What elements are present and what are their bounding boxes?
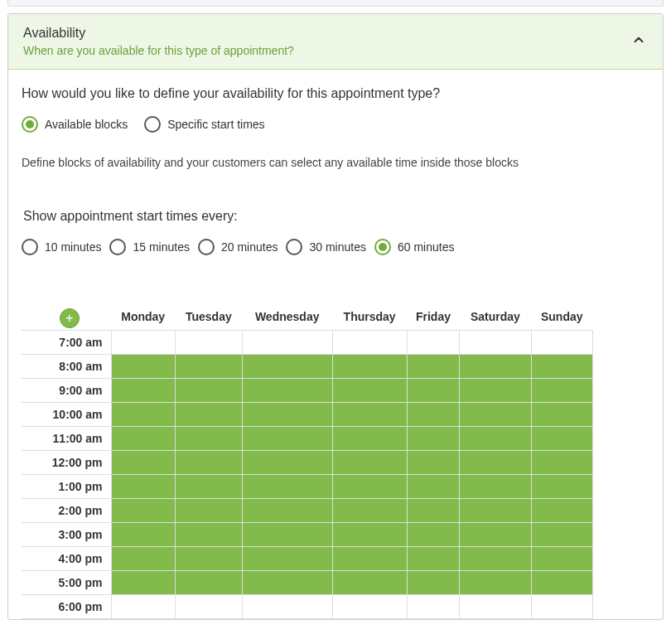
available-slot — [112, 379, 175, 402]
availability-cell[interactable] — [111, 403, 175, 427]
availability-cell[interactable] — [111, 451, 175, 475]
availability-cell[interactable] — [111, 499, 175, 523]
availability-cell[interactable] — [175, 379, 242, 403]
availability-cell[interactable] — [531, 331, 592, 355]
interval-radio[interactable]: 30 minutes — [286, 239, 365, 255]
availability-cell[interactable] — [460, 595, 531, 619]
availability-cell[interactable] — [531, 475, 592, 499]
availability-cell[interactable] — [332, 547, 407, 571]
availability-cell[interactable] — [531, 523, 592, 547]
availability-cell[interactable] — [175, 355, 242, 379]
availability-cell[interactable] — [332, 427, 407, 451]
availability-cell[interactable] — [242, 475, 332, 499]
availability-cell[interactable] — [531, 451, 592, 475]
availability-cell[interactable] — [242, 451, 332, 475]
availability-cell[interactable] — [242, 331, 332, 355]
availability-cell[interactable] — [175, 595, 242, 619]
availability-cell[interactable] — [242, 379, 332, 403]
interval-radio[interactable]: 10 minutes — [22, 239, 101, 255]
definition-radio[interactable]: Specific start times — [144, 116, 264, 133]
availability-cell[interactable] — [332, 499, 407, 523]
availability-cell[interactable] — [175, 523, 242, 547]
availability-cell[interactable] — [531, 403, 592, 427]
availability-cell[interactable] — [531, 571, 592, 595]
availability-cell[interactable] — [332, 451, 407, 475]
availability-cell[interactable] — [460, 355, 531, 379]
availability-cell[interactable] — [531, 499, 592, 523]
availability-cell[interactable] — [407, 355, 460, 379]
availability-cell[interactable] — [242, 499, 332, 523]
chevron-up-icon[interactable] — [631, 32, 644, 46]
availability-cell[interactable] — [332, 355, 407, 379]
availability-cell[interactable] — [111, 475, 175, 499]
availability-cell[interactable] — [242, 523, 332, 547]
radio-icon — [374, 239, 391, 255]
availability-cell[interactable] — [332, 595, 407, 619]
availability-cell[interactable] — [175, 475, 242, 499]
availability-cell[interactable] — [175, 547, 242, 571]
availability-cell[interactable] — [407, 331, 460, 355]
availability-cell[interactable] — [111, 379, 175, 403]
interval-radio[interactable]: 15 minutes — [109, 239, 189, 255]
availability-cell[interactable] — [460, 403, 531, 427]
availability-cell[interactable] — [460, 331, 531, 355]
availability-cell[interactable] — [531, 595, 592, 619]
availability-cell[interactable] — [242, 355, 332, 379]
availability-cell[interactable] — [460, 427, 531, 451]
availability-row: 8:00 am — [22, 355, 593, 379]
availability-cell[interactable] — [175, 451, 242, 475]
availability-cell[interactable] — [531, 427, 592, 451]
availability-cell[interactable] — [407, 547, 460, 571]
radio-icon — [22, 239, 38, 255]
definition-radio[interactable]: Available blocks — [22, 116, 128, 133]
availability-cell[interactable] — [111, 571, 175, 595]
availability-cell[interactable] — [460, 475, 531, 499]
availability-cell[interactable] — [175, 571, 242, 595]
availability-cell[interactable] — [242, 403, 332, 427]
availability-cell[interactable] — [460, 451, 531, 475]
availability-cell[interactable] — [460, 523, 531, 547]
availability-cell[interactable] — [332, 331, 407, 355]
availability-cell[interactable] — [531, 547, 592, 571]
availability-cell[interactable] — [460, 571, 531, 595]
availability-cell[interactable] — [175, 403, 242, 427]
availability-cell[interactable] — [175, 331, 242, 355]
availability-cell[interactable] — [407, 403, 460, 427]
availability-cell[interactable] — [111, 547, 175, 571]
availability-cell[interactable] — [460, 379, 531, 403]
availability-cell[interactable] — [407, 475, 460, 499]
availability-cell[interactable] — [407, 451, 460, 475]
availability-cell[interactable] — [332, 379, 407, 403]
availability-cell[interactable] — [111, 595, 175, 619]
availability-cell[interactable] — [111, 331, 175, 355]
availability-cell[interactable] — [242, 571, 332, 595]
availability-cell[interactable] — [242, 547, 332, 571]
availability-cell[interactable] — [332, 571, 407, 595]
availability-cell[interactable] — [111, 427, 175, 451]
availability-row: 2:00 pm — [22, 499, 593, 523]
availability-panel-header[interactable]: Availability When are you available for … — [8, 14, 663, 70]
availability-cell[interactable] — [407, 571, 460, 595]
interval-radio[interactable]: 20 minutes — [198, 239, 278, 255]
availability-cell[interactable] — [407, 379, 460, 403]
availability-cell[interactable] — [332, 403, 407, 427]
time-label: 5:00 pm — [22, 571, 111, 595]
interval-radio[interactable]: 60 minutes — [374, 239, 454, 255]
availability-cell[interactable] — [407, 499, 460, 523]
availability-cell[interactable] — [332, 523, 407, 547]
availability-cell[interactable] — [460, 547, 531, 571]
availability-cell[interactable] — [242, 427, 332, 451]
availability-cell[interactable] — [531, 355, 592, 379]
availability-cell[interactable] — [407, 595, 460, 619]
availability-cell[interactable] — [531, 379, 592, 403]
availability-cell[interactable] — [407, 427, 460, 451]
availability-cell[interactable] — [407, 523, 460, 547]
availability-cell[interactable] — [460, 499, 531, 523]
availability-cell[interactable] — [175, 427, 242, 451]
availability-cell[interactable] — [242, 595, 332, 619]
add-availability-button[interactable]: + — [60, 308, 80, 328]
availability-cell[interactable] — [332, 475, 407, 499]
availability-cell[interactable] — [111, 523, 175, 547]
availability-cell[interactable] — [111, 355, 175, 379]
availability-cell[interactable] — [175, 499, 242, 523]
